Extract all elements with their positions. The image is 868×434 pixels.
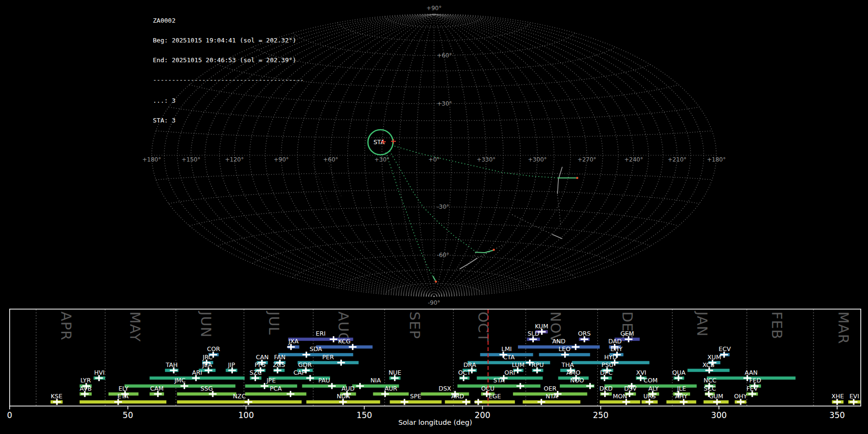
meridian-gridline	[434, 14, 649, 296]
axis-tick-label: 50	[122, 410, 133, 420]
shower-code-label: NUE	[389, 369, 401, 376]
shower-meteor-trail-backtrack	[390, 151, 475, 251]
shower-code-label: EVI	[849, 393, 859, 400]
end-time-line: End: 20251015 20:46:53 (sol = 202.39°)	[153, 57, 304, 64]
longitude-label: +210°	[668, 156, 687, 163]
peak-cross-marker	[170, 367, 177, 373]
shower-code-label: GDR	[298, 361, 312, 368]
peak-cross-marker	[114, 399, 122, 405]
meteor-endpoint-dot	[576, 177, 579, 179]
shower-code-label: KUM	[535, 323, 548, 330]
shower-meteor-trail	[433, 276, 435, 281]
meridian-gridline	[298, 14, 434, 296]
x-axis-title: Solar longitude (deg)	[398, 419, 472, 426]
shower-activity-bar	[302, 384, 346, 388]
peak-cross-marker	[462, 399, 470, 405]
peak-cross-marker	[581, 336, 588, 342]
shower-activity-bar	[278, 353, 353, 356]
month-label: JUL	[266, 311, 282, 335]
sporadic-meteor-trail-backtrack	[512, 215, 552, 234]
pole-label: -90°	[428, 299, 440, 306]
shower-code-label: MON	[613, 393, 627, 400]
shower-code-label: XHE	[831, 393, 844, 400]
longitude-label: +240°	[624, 156, 643, 163]
shower-activity-bar	[316, 345, 372, 349]
station-id: ZA0002	[153, 17, 304, 24]
peak-cross-marker	[675, 375, 682, 381]
shower-activity-bar	[477, 377, 543, 380]
count-unidentified: ...: 3	[153, 97, 304, 104]
peak-cross-marker	[529, 336, 537, 342]
peak-cross-marker	[460, 375, 467, 381]
shower-activity-bar	[373, 393, 409, 396]
shower-code-label: AND	[552, 338, 566, 345]
peak-cross-marker	[713, 399, 721, 405]
longitude-label: +0°	[428, 156, 440, 163]
shower-code-label: NCC	[704, 377, 717, 384]
shower-code-label: NZC	[233, 393, 246, 400]
sporadic-meteor-trail	[552, 234, 562, 239]
shower-activity-bar	[80, 400, 166, 404]
separator-line: ----------------------------------------	[153, 77, 304, 83]
shower-code-label: LYR	[81, 377, 91, 384]
peak-cross-marker	[244, 399, 252, 405]
peak-cross-marker	[623, 399, 630, 405]
plot-canvas: +90°-90°+180°+150°+120°+90°+60°+30°+0°+3…	[0, 0, 868, 434]
longitude-label: +330°	[477, 156, 496, 163]
peak-cross-marker	[306, 375, 314, 381]
activity-timeline-chart: APRMAYJUNJULAUGSEPOCTNOVDECJANFEBMARKUME…	[7, 309, 861, 426]
peak-cross-marker	[737, 399, 745, 405]
shower-code-label: HVI	[94, 369, 105, 376]
shower-code-label: DAD	[609, 338, 622, 345]
longitude-label: +120°	[225, 156, 244, 163]
shower-code-label: JMC	[174, 377, 186, 384]
parallel-gridline	[293, 33, 575, 56]
shower-code-label: CAM	[150, 385, 163, 392]
shower-code-label: SDA	[310, 345, 322, 353]
longitude-label: +90°	[273, 156, 288, 163]
shower-code-label: DRA	[463, 361, 476, 368]
shower-code-label: JXA	[288, 338, 298, 345]
longitude-label: +300°	[528, 156, 547, 163]
shower-code-label: JIP	[228, 361, 235, 368]
axis-tick-label: 0	[7, 410, 13, 420]
peak-cross-marker	[586, 383, 594, 389]
axis-tick-label: 350	[829, 410, 845, 420]
month-label: SEP	[407, 312, 423, 339]
peak-cross-marker	[261, 383, 269, 389]
shower-code-label: GEM	[620, 330, 634, 337]
axis-tick-label: 150	[356, 410, 372, 420]
shower-code-label: TAH	[165, 361, 178, 368]
shower-activity-bar	[600, 400, 640, 404]
shower-code-label: COM	[643, 377, 657, 384]
radiant-fit-cross	[391, 139, 396, 144]
shower-code-label: NIA	[370, 377, 381, 384]
longitude-label: +270°	[577, 156, 596, 163]
shower-code-label: ARI	[192, 369, 202, 376]
shower-activity-bar	[177, 393, 236, 396]
shower-activity-bar	[523, 400, 581, 404]
shower-code-label: CAN	[256, 353, 269, 361]
shower-code-label: ECV	[719, 345, 731, 353]
parallel-gridline	[156, 173, 712, 180]
shower-code-label: ORI	[504, 369, 515, 376]
peak-cross-marker	[561, 352, 569, 357]
longitude-label: +30°	[374, 156, 389, 163]
month-label: OCT	[475, 312, 491, 342]
peak-cross-marker	[302, 352, 310, 357]
shower-activity-bar	[124, 384, 235, 388]
shower-code-label: XUM	[707, 353, 721, 361]
shower-code-label: XVI	[636, 369, 646, 376]
observation-info-panel: ZA0002 Beg: 20251015 19:04:41 (sol = 202…	[153, 4, 304, 137]
peak-cross-marker	[154, 391, 162, 397]
peak-cross-marker	[601, 391, 609, 397]
latitude-label: +30°	[437, 100, 452, 107]
peak-cross-marker	[204, 367, 212, 373]
shower-code-label: LUM	[512, 361, 524, 368]
sporadic-meteor-trail	[460, 258, 477, 269]
peak-cross-marker	[328, 383, 336, 389]
sporadic-meteor-trail	[557, 167, 562, 194]
peak-cross-marker	[339, 399, 347, 405]
pole-label: +90°	[426, 5, 441, 12]
shower-code-label: SLD	[528, 330, 540, 337]
